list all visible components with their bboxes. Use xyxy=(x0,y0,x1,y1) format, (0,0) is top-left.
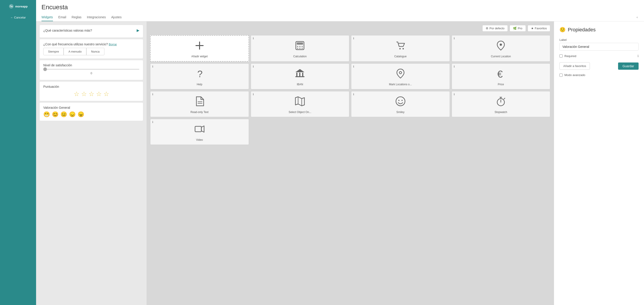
widget-iban[interactable]: ℹ IBAN xyxy=(251,63,350,89)
properties-title: 🙂 Propiedades xyxy=(560,27,638,33)
info-icon[interactable]: ℹ xyxy=(253,93,254,96)
widget-price[interactable]: ℹ € Price xyxy=(452,63,550,89)
smiley-title-icon: 🙂 xyxy=(560,27,566,33)
svg-rect-34 xyxy=(195,126,201,132)
doc-icon xyxy=(194,96,205,109)
tab-ajustes[interactable]: Ajustes xyxy=(111,14,122,21)
radio-siempre[interactable]: Siempre xyxy=(43,48,64,55)
svg-point-8 xyxy=(297,48,298,49)
toolbar-pro[interactable]: 🌿 Pro xyxy=(510,25,526,32)
widget-readonly-text[interactable]: ℹ Read-only Text xyxy=(150,91,249,117)
main-content: Encuesta Widgets Email Reglas Integracio… xyxy=(36,0,644,305)
smiley-4[interactable]: 😞 xyxy=(69,111,76,118)
required-checkbox[interactable] xyxy=(560,54,562,58)
form-item-frecuencia: ¿Con qué frecuencia utilizas nuestro ser… xyxy=(40,39,143,59)
widget-toolbar: ⚙ Por defecto 🌿 Pro ★ Favoritos xyxy=(150,25,550,32)
advanced-checkbox[interactable] xyxy=(560,74,562,77)
svg-text:€: € xyxy=(497,69,502,79)
widget-mark-locations[interactable]: ℹ Mark Locations o... xyxy=(351,63,450,89)
slider-container: 0 xyxy=(43,67,139,77)
tab-reglas[interactable]: Reglas xyxy=(72,14,82,21)
smiley-5[interactable]: 😠 xyxy=(78,111,84,118)
info-icon[interactable]: ℹ xyxy=(353,93,354,96)
widget-stopwatch[interactable]: ℹ Stopwatch xyxy=(452,91,550,117)
star-5[interactable]: ☆ xyxy=(104,90,109,98)
required-row: Required ℹ xyxy=(560,54,638,58)
svg-point-27 xyxy=(398,100,399,101)
info-icon[interactable]: ℹ xyxy=(353,37,354,40)
info-icon[interactable]: ℹ xyxy=(454,93,455,96)
save-button[interactable]: Guardar xyxy=(618,63,638,70)
svg-point-11 xyxy=(399,48,401,49)
info-icon[interactable]: ℹ xyxy=(253,37,254,40)
smiley-row: 😁 😊 😐 😞 😠 xyxy=(43,111,139,118)
star-3[interactable]: ☆ xyxy=(88,90,94,98)
tab-widgets[interactable]: Widgets xyxy=(42,14,53,21)
bank-icon xyxy=(294,68,305,81)
calculator-icon xyxy=(294,40,305,53)
prop-actions: Añadir a favoritos Guardar xyxy=(560,62,638,70)
svg-text:?: ? xyxy=(197,69,202,79)
radio-group-frecuencia: Siempre A menudo Nunca xyxy=(43,48,139,55)
content-area: ¿Qué características valoras más? ▶ ¿Con… xyxy=(36,22,644,305)
location-icon xyxy=(395,68,406,81)
smiley-3[interactable]: 😐 xyxy=(60,111,67,118)
star-1[interactable]: ☆ xyxy=(74,90,79,98)
required-label: Required xyxy=(564,54,576,58)
label-input[interactable] xyxy=(560,43,638,51)
plus-icon xyxy=(194,40,205,53)
add-favorites-button[interactable]: Añadir a favoritos xyxy=(560,62,590,70)
widget-add[interactable]: Añadir widget xyxy=(150,35,249,62)
info-icon[interactable]: ℹ xyxy=(253,65,254,68)
form-item-valoracion: Valoración General 😁 😊 😐 😞 😠 xyxy=(40,103,143,121)
widget-current-location[interactable]: ℹ Current Location xyxy=(452,35,550,62)
delete-link[interactable]: Borrar xyxy=(109,43,117,46)
svg-point-13 xyxy=(500,44,502,46)
svg-rect-17 xyxy=(299,73,300,76)
smiley-1[interactable]: 😁 xyxy=(43,111,50,118)
info-icon[interactable]: ℹ xyxy=(454,37,455,40)
widget-calculation[interactable]: ℹ Calculation xyxy=(251,35,350,62)
tab-email[interactable]: Email xyxy=(58,14,66,21)
toolbar-favoritos[interactable]: ★ Favoritos xyxy=(528,25,550,32)
map-icon xyxy=(294,96,305,109)
widget-catalogue[interactable]: ℹ Catalogue xyxy=(351,35,450,62)
svg-rect-16 xyxy=(296,73,298,76)
radio-nunca[interactable]: Nunca xyxy=(86,48,104,55)
form-item-caracteristicas[interactable]: ¿Qué características valoras más? ▶ xyxy=(40,25,143,38)
form-item-satisfaccion: Nivel de satisfacción 0 xyxy=(40,60,143,80)
info-icon[interactable]: ℹ xyxy=(454,65,455,68)
video-icon xyxy=(194,124,205,136)
widget-smiley[interactable]: ℹ Smiley xyxy=(351,91,450,117)
info-icon[interactable]: ℹ xyxy=(152,120,153,124)
expand-arrow-icon[interactable]: ▶ xyxy=(137,28,139,33)
svg-rect-4 xyxy=(297,43,303,45)
widget-grid: Añadir widget ℹ Calculation ℹ Cata xyxy=(150,35,550,145)
stars-rating[interactable]: ☆ ☆ ☆ ☆ ☆ xyxy=(43,90,139,98)
label-field-label: Label xyxy=(560,38,638,42)
svg-line-33 xyxy=(504,98,505,99)
toolbar-por-defecto[interactable]: ⚙ Por defecto xyxy=(482,25,508,32)
widget-help[interactable]: ℹ ? Help xyxy=(150,63,249,89)
question-icon: ? xyxy=(194,68,205,81)
radio-amenudo[interactable]: A menudo xyxy=(64,48,86,55)
star-2[interactable]: ☆ xyxy=(81,90,87,98)
svg-marker-35 xyxy=(201,126,204,132)
svg-point-26 xyxy=(396,97,405,106)
satisfaction-slider[interactable] xyxy=(43,69,139,70)
svg-rect-18 xyxy=(302,73,303,76)
svg-point-5 xyxy=(297,46,298,47)
info-icon[interactable]: ℹ xyxy=(353,65,354,68)
smiley-2[interactable]: 😊 xyxy=(52,111,59,118)
advanced-mode-row: Modo avanzado xyxy=(560,73,638,77)
svg-point-7 xyxy=(302,46,303,47)
tab-collapse-button[interactable]: ‹ xyxy=(636,14,638,21)
widget-select-object[interactable]: ℹ Select Object On... xyxy=(251,91,350,117)
required-info-icon: ℹ xyxy=(638,54,638,58)
info-icon[interactable]: ℹ xyxy=(152,65,153,68)
info-icon[interactable]: ℹ xyxy=(152,93,153,96)
cancel-button[interactable]: ← Cancelar xyxy=(10,16,26,19)
star-4[interactable]: ☆ xyxy=(96,90,102,98)
widget-video[interactable]: ℹ Video xyxy=(150,119,249,145)
tab-integraciones[interactable]: Integraciones xyxy=(87,14,106,21)
